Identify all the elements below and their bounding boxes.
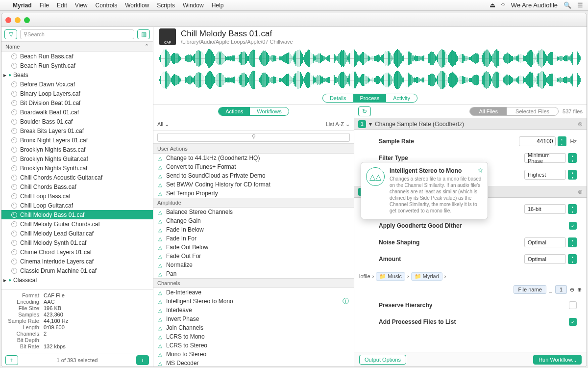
dither-checkbox[interactable]: ✓ [569,222,577,230]
list-header[interactable]: Name⌃ [1,42,153,52]
quality-stepper[interactable]: ▴▾ [568,170,577,180]
bitdepth-dropdown[interactable]: 16-bit [524,204,566,214]
file-row[interactable]: Chill Melody Bass 01.caf [1,210,153,219]
file-row[interactable]: Chill Chords Acoustic Guitar.caf [1,173,153,182]
minimize-window[interactable] [15,17,21,23]
action-item[interactable]: △Set Tempo Property [153,189,354,198]
action-item[interactable]: △LCRS to Mono [153,332,354,341]
tab-details[interactable]: Details [323,94,353,102]
noise-stepper[interactable]: ▴▾ [568,237,577,247]
step1-remove[interactable]: ⊗ [578,121,583,128]
search-input[interactable]: ⚲ Search [20,29,134,39]
menu-scripts[interactable]: Scripts [157,2,175,9]
preserve-checkbox[interactable] [569,301,577,309]
action-item[interactable]: △Normalize [153,261,354,269]
sort-mode[interactable]: List A-Z ⌄ [326,121,350,128]
samplerate-input[interactable] [519,136,556,146]
file-row[interactable]: Brooklyn Nights Bass.caf [1,145,153,154]
menu-file[interactable]: File [40,2,49,9]
file-row[interactable]: Boulder Bass 01.caf [1,117,153,126]
noise-dropdown[interactable]: Optimal [524,237,566,247]
scope-selected[interactable]: Selected Files [507,107,558,115]
samplerate-stepper[interactable]: ▴▾ [558,136,566,146]
action-item[interactable]: △Set BWAV Coding History for CD format [153,180,354,189]
app-name[interactable]: Myriad [13,2,32,9]
action-item[interactable]: △Intelligent Stereo to Monoⓘ [153,297,354,306]
file-scope-tabs[interactable]: All Files Selected Files [469,107,559,116]
addfiles-checkbox[interactable]: ✓ [569,318,577,326]
tab-workflows[interactable]: Workflows [250,107,289,115]
action-item[interactable]: △Pan [153,269,354,278]
file-row[interactable]: Classic Drum Machine 01.caf [1,266,153,275]
action-item[interactable]: △Fade Out For [153,252,354,261]
action-item[interactable]: △Balance Stereo Channels [153,208,354,216]
actions-workflows-tabs[interactable]: Actions Workflows [218,107,289,116]
file-row[interactable]: Boardwalk Beat 01.caf [1,107,153,117]
close-window[interactable] [5,17,11,23]
filter-stepper[interactable]: ▴▾ [568,153,577,163]
airplay-icon[interactable]: ⏏ [490,1,495,9]
filter-dropdown[interactable]: Minimum Phase [524,153,566,163]
action-item[interactable]: △Send to SoundCloud as Private Demo [153,171,354,180]
info-icon[interactable]: ⓘ [343,297,349,306]
wifi-icon[interactable]: ⌔ [501,1,505,9]
info-button[interactable]: i [136,355,149,365]
file-row[interactable]: Beach Run Bass.caf [1,52,153,61]
file-row[interactable]: Chill Melody Synth 01.caf [1,238,153,247]
file-row[interactable]: Cinema Interlude Layers.caf [1,257,153,266]
output-options-button[interactable]: Output Options [359,355,406,365]
file-row[interactable]: Chill Melody Guitar Chords.caf [1,219,153,229]
folder-row[interactable]: ▸ ●Beats [1,70,153,79]
amount-stepper[interactable]: ▴▾ [568,254,577,264]
filter-button[interactable]: ▽ [4,29,17,39]
favorite-icon[interactable]: ☆ [477,166,484,174]
action-item[interactable]: △Interleave [153,306,354,315]
file-row[interactable]: Chime Chord Layers 01.caf [1,247,153,257]
tab-actions[interactable]: Actions [219,107,250,115]
bitdepth-stepper[interactable]: ▴▾ [568,204,577,214]
main-tabs[interactable]: Details Process Activity [322,94,417,103]
tab-process[interactable]: Process [353,94,387,102]
action-item[interactable]: △Convert to iTunes+ Format [153,162,354,171]
actions-search[interactable]: ⚲ [157,133,350,142]
file-row[interactable]: Chill Chords Bass.caf [1,182,153,191]
menu-edit[interactable]: Edit [57,2,67,9]
columns-button[interactable]: ▥ [137,29,150,39]
file-row[interactable]: Chill Melody Lead Guitar.caf [1,229,153,238]
waveform-display[interactable] [153,47,587,92]
file-row[interactable]: Bronx Night Layers 01.caf [1,135,153,145]
action-item[interactable]: △Fade Out Below [153,243,354,252]
spotlight-icon[interactable]: 🔍 [564,1,571,9]
file-row[interactable]: Chill Loop Guitar.caf [1,201,153,210]
add-chip-icon[interactable]: ⊕ [577,287,582,293]
add-button[interactable]: + [5,355,18,365]
naming-chip-filename[interactable]: File name [514,285,546,294]
file-row[interactable]: Break Bits Layers 01.caf [1,126,153,135]
action-list[interactable]: User Actions△Change to 44.1kHz (Goodhert… [153,144,354,367]
naming-chip-num[interactable]: 1 [555,285,567,294]
scope-all[interactable]: All Files [470,107,507,115]
workflow-refresh[interactable]: ↻ [358,106,371,116]
action-item[interactable]: △Change Gain [153,216,354,225]
file-row[interactable]: Binary Loop Layers.caf [1,89,153,98]
action-item[interactable]: △Fade In Below [153,225,354,234]
action-item[interactable]: △LCRS to Stereo [153,341,354,350]
file-row[interactable]: Brooklyn Nights Synth.caf [1,163,153,173]
action-item[interactable]: △Change to 44.1kHz (Goodhertz HQ) [153,154,354,162]
file-row[interactable]: Bit Division Beat 01.caf [1,98,153,107]
file-row[interactable]: Brooklyn Nights Guitar.caf [1,154,153,163]
run-workflow-button[interactable]: Run Workflow... [533,355,582,365]
menu-workflow[interactable]: Workflow [125,2,149,9]
file-list[interactable]: Beach Run Bass.cafBeach Run Synth.caf▸ ●… [1,52,153,289]
menu-controls[interactable]: Controls [96,2,118,9]
tab-activity[interactable]: Activity [386,94,417,102]
menu-help[interactable]: Help [212,2,224,9]
maximize-window[interactable] [24,17,30,23]
file-row[interactable]: Chill Loop Bass.caf [1,191,153,201]
quality-dropdown[interactable]: Highest [524,170,566,180]
action-item[interactable]: △De-Interleave [153,288,354,297]
amount-dropdown[interactable]: Optimal [524,254,566,264]
output-breadcrumb[interactable]: iofile › 📁 Music › 📁 Myriad › [354,270,587,282]
menu-window[interactable]: Window [183,2,204,9]
folder-row[interactable]: ▸ ●Classical [1,275,153,285]
